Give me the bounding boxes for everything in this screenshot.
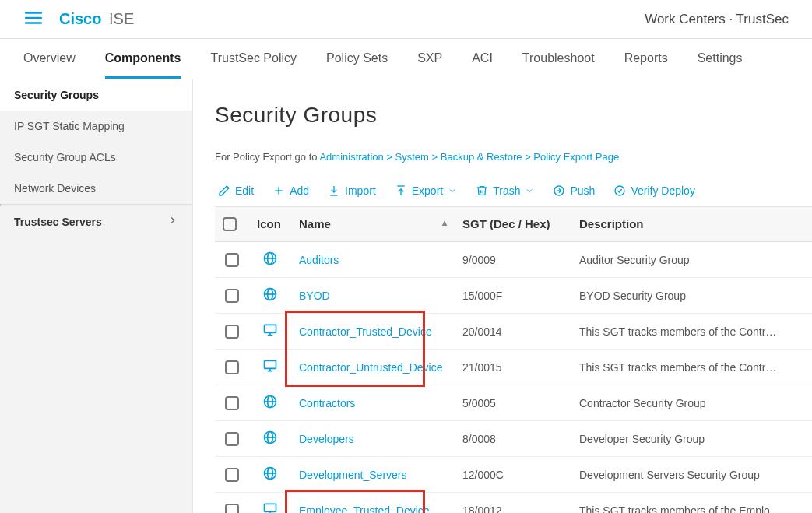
row-description: Contractor Security Group bbox=[571, 385, 812, 421]
monitor-icon bbox=[262, 364, 278, 376]
breadcrumb: Work Centers · TrustSec bbox=[645, 12, 789, 27]
main-content: Security Groups For Policy Export go to … bbox=[193, 79, 812, 513]
export-button[interactable]: Export bbox=[395, 184, 457, 197]
add-button[interactable]: Add bbox=[272, 184, 309, 197]
sidebar-item-ip-sgt-static-mapping[interactable]: IP SGT Static Mapping bbox=[0, 111, 192, 142]
row-sgt: 5/0005 bbox=[455, 385, 571, 421]
trash-button[interactable]: Trash bbox=[476, 184, 534, 197]
nav-tab-policy-sets[interactable]: Policy Sets bbox=[326, 39, 388, 79]
verify-button[interactable]: Verify Deploy bbox=[613, 184, 694, 197]
security-groups-table: Icon Name ▴ SGT (Dec / Hex) Description … bbox=[215, 206, 812, 513]
col-sgt[interactable]: SGT (Dec / Hex) bbox=[455, 207, 571, 242]
nav-tab-sxp[interactable]: SXP bbox=[417, 39, 442, 79]
push-button[interactable]: Push bbox=[553, 184, 595, 197]
row-name-link[interactable]: Employee_Trusted_Device bbox=[299, 504, 430, 513]
row-checkbox[interactable] bbox=[225, 504, 239, 513]
export-label: Export bbox=[412, 184, 443, 197]
row-checkbox[interactable] bbox=[225, 468, 239, 482]
edit-button[interactable]: Edit bbox=[218, 184, 254, 197]
row-description: Auditor Security Group bbox=[571, 241, 812, 278]
row-description: This SGT tracks members of the Contr… bbox=[571, 314, 812, 350]
brand: Cisco ISE bbox=[59, 10, 134, 28]
table-toolbar: Edit Add Import Export Trash bbox=[218, 184, 812, 206]
globe-icon bbox=[262, 435, 278, 448]
row-checkbox[interactable] bbox=[225, 253, 239, 267]
table-row: Employee_Trusted_Device18/0012This SGT t… bbox=[215, 493, 812, 513]
row-name-link[interactable]: Auditors bbox=[299, 254, 339, 266]
nav-tab-reports[interactable]: Reports bbox=[624, 39, 668, 79]
row-name-link[interactable]: Contractor_Trusted_Device bbox=[299, 325, 432, 338]
row-checkbox[interactable] bbox=[225, 289, 239, 303]
row-name-link[interactable]: Contractor_Untrusted_Device bbox=[299, 361, 442, 374]
trash-label: Trash bbox=[493, 184, 520, 197]
row-name-link[interactable]: Contractors bbox=[299, 397, 355, 409]
globe-icon bbox=[262, 256, 278, 269]
sidebar: Security GroupsIP SGT Static MappingSecu… bbox=[0, 79, 193, 513]
table-row: Contractor_Trusted_Device20/0014This SGT… bbox=[215, 314, 812, 350]
nav-tab-overview[interactable]: Overview bbox=[23, 39, 76, 79]
row-name-link[interactable]: Developers bbox=[299, 433, 354, 445]
globe-icon bbox=[262, 471, 278, 483]
nav-tab-trustsec-policy[interactable]: TrustSec Policy bbox=[210, 39, 297, 79]
nav-tab-troubleshoot[interactable]: Troubleshoot bbox=[522, 39, 595, 79]
row-sgt: 9/0009 bbox=[455, 241, 571, 278]
row-sgt: 15/000F bbox=[455, 278, 571, 314]
add-label: Add bbox=[290, 184, 309, 197]
export-note: For Policy Export go to Administration >… bbox=[215, 151, 812, 163]
verify-label: Verify Deploy bbox=[631, 184, 694, 197]
row-sgt: 18/0012 bbox=[455, 493, 571, 513]
chevron-right-icon bbox=[167, 215, 178, 228]
monitor-icon bbox=[262, 328, 278, 340]
row-name-link[interactable]: Development_Servers bbox=[299, 469, 407, 481]
menu-icon[interactable] bbox=[23, 8, 44, 30]
row-description: This SGT tracks members of the Emplo… bbox=[571, 493, 812, 513]
monitor-icon bbox=[262, 507, 278, 513]
chevron-down-icon bbox=[525, 186, 534, 195]
col-desc[interactable]: Description bbox=[571, 207, 812, 242]
row-sgt: 20/0014 bbox=[455, 314, 571, 350]
row-checkbox[interactable] bbox=[225, 360, 239, 374]
table-row: BYOD15/000FBYOD Security Group bbox=[215, 278, 812, 314]
row-checkbox[interactable] bbox=[225, 396, 239, 410]
main-nav: OverviewComponentsTrustSec PolicyPolicy … bbox=[0, 39, 812, 79]
sidebar-item-security-group-acls[interactable]: Security Group ACLs bbox=[0, 142, 192, 173]
svg-point-7 bbox=[615, 186, 624, 195]
nav-tab-components[interactable]: Components bbox=[105, 39, 181, 79]
row-sgt: 21/0015 bbox=[455, 350, 571, 385]
chevron-down-icon bbox=[448, 186, 457, 195]
col-name[interactable]: Name ▴ bbox=[291, 207, 455, 242]
nav-tab-aci[interactable]: ACI bbox=[472, 39, 493, 79]
import-button[interactable]: Import bbox=[328, 184, 376, 197]
table-row: Developers8/0008Developer Security Group bbox=[215, 421, 812, 457]
nav-tab-settings[interactable]: Settings bbox=[698, 39, 743, 79]
push-label: Push bbox=[570, 184, 595, 197]
brand-cisco: Cisco bbox=[59, 10, 101, 27]
col-icon[interactable]: Icon bbox=[249, 207, 291, 242]
export-note-link[interactable]: Administration > System > Backup & Resto… bbox=[319, 151, 619, 163]
table-row: Development_Servers12/000CDevelopment Se… bbox=[215, 457, 812, 493]
sidebar-item-security-groups[interactable]: Security Groups bbox=[0, 79, 192, 111]
row-description: Developer Security Group bbox=[571, 421, 812, 457]
sort-asc-icon: ▴ bbox=[442, 217, 447, 228]
import-label: Import bbox=[345, 184, 376, 197]
row-sgt: 8/0008 bbox=[455, 421, 571, 457]
export-note-prefix: For Policy Export go to bbox=[215, 151, 319, 163]
row-description: BYOD Security Group bbox=[571, 278, 812, 314]
table-row: Auditors9/0009Auditor Security Group bbox=[215, 241, 812, 278]
row-description: Development Servers Security Group bbox=[571, 457, 812, 493]
row-name-link[interactable]: BYOD bbox=[299, 290, 330, 302]
col-name-label: Name bbox=[299, 217, 331, 230]
table-row: Contractor_Untrusted_Device21/0015This S… bbox=[215, 350, 812, 385]
table-row: Contractors5/0005Contractor Security Gro… bbox=[215, 385, 812, 421]
row-checkbox[interactable] bbox=[225, 325, 239, 339]
sidebar-item-label: Trustsec Servers bbox=[14, 216, 102, 228]
row-sgt: 12/000C bbox=[455, 457, 571, 493]
table-header-row: Icon Name ▴ SGT (Dec / Hex) Description bbox=[215, 207, 812, 242]
sidebar-item-trustsec-servers[interactable]: Trustsec Servers bbox=[0, 206, 192, 237]
sidebar-item-network-devices[interactable]: Network Devices bbox=[0, 173, 192, 204]
row-description: This SGT tracks members of the Contr… bbox=[571, 350, 812, 385]
select-all-checkbox[interactable] bbox=[223, 217, 237, 231]
globe-icon bbox=[262, 399, 278, 412]
globe-icon bbox=[262, 292, 278, 304]
row-checkbox[interactable] bbox=[225, 432, 239, 446]
